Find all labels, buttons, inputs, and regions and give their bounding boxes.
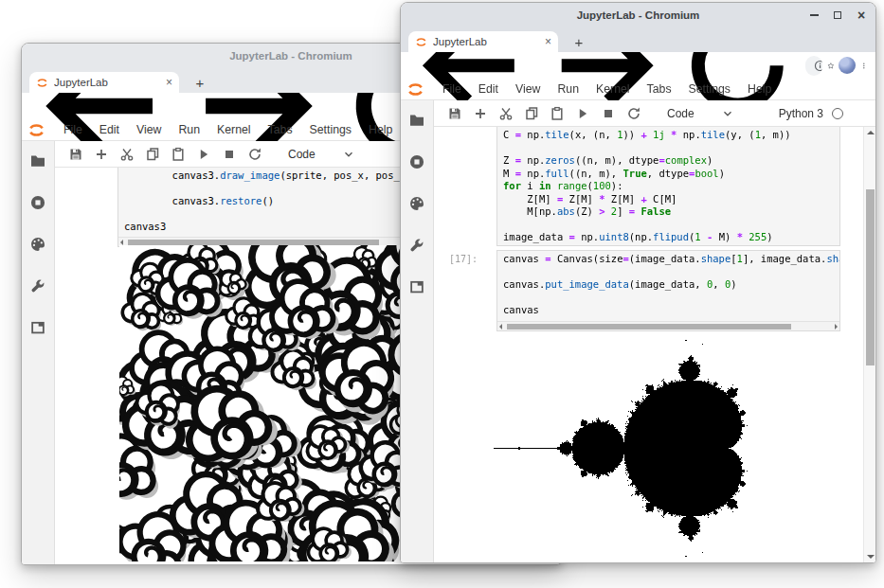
save-icon[interactable] [447,106,462,121]
menu-item-settings[interactable]: Settings [680,82,739,96]
file-browser-icon[interactable] [29,152,46,169]
execution-prompt: [17]: [440,254,478,264]
copy-cells-icon[interactable] [524,106,539,121]
menu-item-tabs[interactable]: Tabs [260,123,301,136]
close-button[interactable]: × [856,9,867,21]
toolbar-buttons [447,106,652,121]
window-title: JupyterLab - Chromium [229,50,352,62]
info-icon[interactable] [814,60,822,72]
stop-kernel-icon[interactable] [222,147,237,162]
run-cell-icon[interactable] [196,147,211,162]
menu-item-kernel[interactable]: Kernel [587,82,639,96]
kernel-status-icon [832,108,843,119]
command-palette-icon[interactable] [408,195,425,212]
scroll-down-icon[interactable] [867,555,875,559]
add-cell-icon[interactable] [94,147,109,162]
menu-item-file[interactable]: File [55,123,91,136]
window-title: JupyterLab - Chromium [577,9,700,21]
maximize-button[interactable] [832,9,843,21]
jupyter-favicon [415,36,427,48]
address-bar[interactable]: localhost:8889/lab [805,56,822,76]
tab-title: JupyterLab [433,36,539,47]
hscroll-thumb[interactable] [507,324,791,330]
property-inspector-icon[interactable] [408,237,425,254]
desktop: JupyterLab - Chromium × JupyterLab × + l… [0,0,884,588]
running-kernels-icon[interactable] [408,153,425,170]
notebook-scroll-area[interactable]: C = np.tile(x, (n, 1)) + 1j * np.tile(y,… [434,127,875,562]
open-tabs-icon[interactable] [408,278,425,295]
jupyter-favicon [36,77,48,89]
vscroll-thumb[interactable] [866,189,875,365]
menu-item-file[interactable]: File [434,82,470,96]
menu-item-run[interactable]: Run [170,123,208,136]
code-editor[interactable]: canvas = Canvas(size=(image_data.shape[1… [497,251,839,317]
save-icon[interactable] [68,147,83,162]
titlebar-front[interactable]: JupyterLab - Chromium × [401,3,875,27]
scroll-left-icon[interactable] [499,324,502,330]
profile-avatar[interactable] [839,57,856,74]
notebook-toolbar: Code Python 3 [434,100,875,127]
mandelbrot-output-image [434,333,841,562]
menu-item-help[interactable]: Help [739,82,780,96]
menu-item-edit[interactable]: Edit [470,82,507,96]
code-cell-1[interactable]: C = np.tile(x, (n, 1)) + 1j * np.tile(y,… [496,127,840,246]
running-kernels-icon[interactable] [29,194,46,211]
menu-item-settings[interactable]: Settings [301,123,360,136]
cell-type-select[interactable]: Code [667,107,695,120]
add-cell-icon[interactable] [473,106,488,121]
restart-kernel-icon[interactable] [626,106,641,121]
menu-item-kernel[interactable]: Kernel [208,123,260,136]
cut-cells-icon[interactable] [498,106,514,121]
tab-close-icon[interactable]: × [545,35,551,48]
chevron-down-icon[interactable] [342,148,355,161]
window-controls: × [808,3,867,27]
menu-item-run[interactable]: Run [549,82,587,96]
restart-kernel-icon[interactable] [247,147,262,162]
tab-title: JupyterLab [54,77,160,88]
browser-window-front: JupyterLab - Chromium × JupyterLab × + l… [400,2,876,563]
scroll-up-icon[interactable] [867,131,875,134]
activity-bar [22,141,55,564]
run-cell-icon[interactable] [575,106,590,121]
copy-cells-icon[interactable] [145,147,160,162]
browser-tab-jupyterlab[interactable]: JupyterLab × [408,31,558,52]
stop-kernel-icon[interactable] [601,106,616,121]
browser-toolbar: localhost:8889/lab [401,52,875,79]
browser-tab-jupyterlab[interactable]: JupyterLab × [29,72,179,93]
new-tab-button[interactable]: + [568,30,590,53]
code-editor[interactable]: C = np.tile(x, (n, 1)) + 1j * np.tile(y,… [497,127,839,244]
cut-cells-icon[interactable] [119,147,135,162]
menu-item-view[interactable]: View [507,82,549,96]
scroll-right-icon[interactable] [835,324,838,330]
minimize-button[interactable] [808,9,820,21]
property-inspector-icon[interactable] [29,277,46,294]
chevron-down-icon[interactable] [721,107,734,120]
menu-items: FileEditViewRunKernelTabsSettingsHelp [55,123,401,136]
jupyter-logo-icon [406,80,424,98]
open-tabs-icon[interactable] [29,319,46,336]
command-palette-icon[interactable] [29,236,46,253]
tab-close-icon[interactable]: × [166,76,172,89]
activity-bar [401,100,434,562]
new-tab-button[interactable]: + [189,71,211,94]
kernel-name[interactable]: Python 3 [779,107,823,120]
menu-item-help[interactable]: Help [360,123,401,136]
menu-item-view[interactable]: View [128,123,170,136]
cell-hscrollbar[interactable] [497,321,839,330]
tab-strip: JupyterLab × + [401,27,875,52]
paste-cells-icon[interactable] [171,147,186,162]
menu-item-edit[interactable]: Edit [91,123,128,136]
toolbar-buttons [68,147,273,162]
menu-items: FileEditViewRunKernelTabsSettingsHelp [434,82,780,96]
paste-cells-icon[interactable] [550,106,565,121]
file-browser-icon[interactable] [408,112,425,129]
cell-type-select[interactable]: Code [288,148,316,161]
bookmark-star-icon[interactable] [827,58,835,74]
notebook-vscrollbar[interactable] [863,127,875,562]
code-cell-2[interactable]: canvas = Canvas(size=(image_data.shape[1… [496,250,840,331]
kebab-menu-icon[interactable] [860,58,868,74]
menu-item-tabs[interactable]: Tabs [639,82,680,96]
jupyter-logo-icon [27,121,45,139]
